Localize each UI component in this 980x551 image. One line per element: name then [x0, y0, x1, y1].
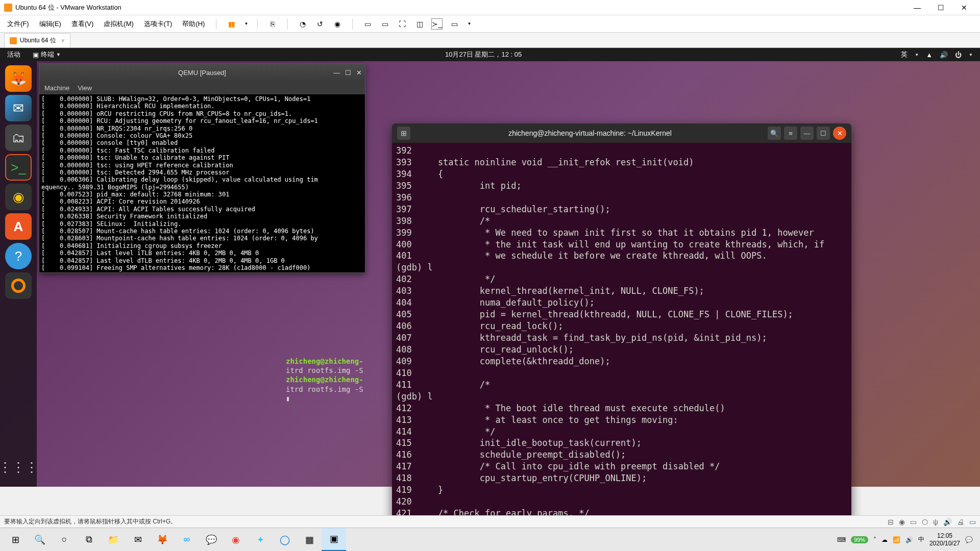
gdb-maximize[interactable]: ☐ — [817, 127, 830, 140]
menu-edit[interactable]: 编辑(E) — [37, 18, 63, 30]
qemu-menu-machine[interactable]: Machine — [44, 84, 69, 92]
device-printer-icon[interactable]: 🖨 — [957, 518, 964, 526]
view-button-1[interactable]: ▭ — [362, 18, 373, 30]
manage-snapshots-button[interactable]: ◉ — [332, 18, 343, 30]
dock-help[interactable]: ? — [5, 243, 32, 269]
dock-rhythmbox[interactable]: ◉ — [5, 184, 32, 210]
qemu-console[interactable]: [ 0.000000] SLUB: HWalign=32, Order=0-3,… — [39, 94, 365, 272]
wechat-icon[interactable]: 💬 — [199, 528, 224, 552]
activities-button[interactable]: 活动 — [0, 50, 28, 59]
network-icon[interactable]: ▲ — [926, 51, 933, 59]
explorer-icon[interactable]: 📁 — [101, 528, 126, 552]
menu-view[interactable]: 查看(V) — [69, 18, 95, 30]
power-dropdown[interactable]: ▼ — [244, 21, 248, 26]
device-display-icon[interactable]: ▭ — [969, 518, 976, 526]
background-terminal-fragment: zhicheng@zhicheng- itrd rootfs.img -S zh… — [286, 357, 393, 403]
gdb-terminal-window: ⊞ zhicheng@zhicheng-virtual-machine: ~/L… — [392, 123, 851, 547]
power-icon[interactable]: ⏻ — [955, 51, 962, 59]
pause-button[interactable]: ▮▮ — [226, 18, 237, 30]
dock-show-apps[interactable]: ⋮⋮⋮ — [5, 454, 32, 481]
vmware-tabbar: Ubuntu 64 位 × — [0, 33, 980, 48]
menu-file[interactable]: 文件(F) — [5, 18, 31, 30]
language-indicator[interactable]: 英 — [901, 50, 908, 59]
qemu-maximize[interactable]: ☐ — [345, 69, 351, 77]
sound-icon[interactable]: 🔊 — [905, 536, 913, 543]
revert-button[interactable]: ↺ — [314, 18, 326, 30]
taskbar-clock[interactable]: 12:05 2020/10/27 — [929, 532, 960, 547]
clock-datetime[interactable]: 10月27日 星期二，12 : 05 — [66, 50, 901, 59]
gdb-title: zhicheng@zhicheng-virtual-machine: ~/Lin… — [415, 129, 765, 137]
gdb-titlebar[interactable]: ⊞ zhicheng@zhicheng-virtual-machine: ~/L… — [392, 123, 851, 143]
dock-firefox[interactable]: 🦊 — [5, 65, 32, 92]
menu-tabs[interactable]: 选项卡(T) — [142, 18, 175, 30]
ime-indicator[interactable]: 中 — [918, 535, 924, 544]
device-sound-icon[interactable]: 🔊 — [943, 518, 952, 526]
unity-button[interactable]: ◫ — [414, 18, 425, 30]
battery-indicator[interactable]: 99% — [851, 536, 868, 543]
wifi-icon[interactable]: 📶 — [893, 536, 900, 543]
edge-icon[interactable]: ◯ — [273, 528, 297, 552]
app-icon-2[interactable]: ◉ — [224, 528, 248, 552]
vmware-taskbar-icon[interactable]: ▣ — [322, 528, 346, 552]
gdb-output[interactable]: 392 393 static noinline void __init_refo… — [392, 143, 851, 547]
search-button[interactable]: 🔍 — [28, 528, 52, 552]
ime-button[interactable]: ⌨ — [837, 536, 846, 543]
device-cd-icon[interactable]: ◉ — [899, 518, 905, 526]
vm-tab[interactable]: Ubuntu 64 位 × — [4, 33, 70, 47]
snapshot-button[interactable]: ◔ — [297, 18, 308, 30]
console-button[interactable]: ≻_ — [431, 18, 443, 30]
search-button[interactable]: 🔍 — [768, 127, 781, 140]
gdb-minimize[interactable]: — — [800, 127, 814, 140]
terminal-app-menu[interactable]: ▣ 终端 ▼ — [28, 50, 66, 59]
dock-files[interactable]: 🗂 — [5, 124, 32, 151]
cortana-button[interactable]: ○ — [52, 528, 77, 552]
mail-icon[interactable]: ✉ — [126, 528, 150, 552]
ubuntu-desktop: 活动 ▣ 终端 ▼ 10月27日 星期二，12 : 05 英 ▼ ▲ 🔊 ⏻ ▼… — [0, 48, 980, 487]
task-view-button[interactable]: ⧉ — [77, 528, 101, 552]
menu-help[interactable]: 帮助(H) — [180, 18, 207, 30]
dock-thunderbird[interactable]: ✉ — [5, 95, 32, 121]
firefox-taskbar-icon[interactable]: 🦊 — [150, 528, 175, 552]
hamburger-menu-button[interactable]: ≡ — [784, 127, 797, 140]
start-button[interactable]: ⊞ — [3, 528, 28, 552]
app-icon-3[interactable]: ✦ — [248, 528, 273, 552]
tray-chevron-up[interactable]: ˄ — [873, 536, 876, 543]
gdb-close[interactable]: ✕ — [833, 127, 846, 140]
svg-point-1 — [14, 281, 23, 290]
ubuntu-dock: 🦊 ✉ 🗂 >_ ◉ A ? ⋮⋮⋮ — [0, 61, 37, 487]
qemu-titlebar[interactable]: QEMU [Paused] — ☐ ✕ — [39, 64, 365, 81]
fullscreen-button[interactable]: ⛶ — [397, 18, 408, 30]
qemu-minimize[interactable]: — — [333, 69, 340, 77]
app-icon-1[interactable]: ∞ — [175, 528, 199, 552]
maximize-button[interactable]: ☐ — [929, 0, 952, 15]
vmware-statusbar: 要将输入定向到该虚拟机，请将鼠标指针移入其中或按 Ctrl+G。 ⊟ ◉ ▭ ⬡… — [0, 515, 980, 528]
windows-taskbar: ⊞ 🔍 ○ ⧉ 📁 ✉ 🦊 ∞ 💬 ◉ ✦ ◯ ▦ ▣ ⌨ 99% ˄ ☁ 📶 … — [0, 528, 980, 551]
dock-software[interactable]: A — [5, 213, 32, 240]
close-button[interactable]: ✕ — [952, 0, 976, 15]
onedrive-icon[interactable]: ☁ — [881, 536, 888, 543]
device-usb-icon[interactable]: ψ — [933, 518, 938, 526]
qemu-menu-view[interactable]: View — [78, 84, 92, 92]
menu-vm[interactable]: 虚拟机(M) — [102, 18, 136, 30]
app-icon-4[interactable]: ▦ — [297, 528, 322, 552]
notification-button[interactable]: 💬 — [965, 536, 973, 543]
dock-terminal[interactable]: >_ — [5, 154, 32, 181]
device-network-icon[interactable]: ⬡ — [922, 518, 928, 526]
new-tab-button[interactable]: ⊞ — [397, 127, 410, 140]
vmware-icon — [4, 4, 12, 12]
vmware-menubar: 文件(F) 编辑(E) 查看(V) 虚拟机(M) 选项卡(T) 帮助(H) ▮▮… — [0, 15, 980, 33]
minimize-button[interactable]: — — [905, 0, 929, 15]
terminal-small-icon: ▣ — [33, 51, 39, 59]
volume-icon[interactable]: 🔊 — [940, 51, 948, 59]
tab-close-button[interactable]: × — [61, 37, 65, 44]
send-keys-button[interactable]: ⎘ — [267, 18, 278, 30]
device-floppy-icon[interactable]: ▭ — [910, 518, 917, 526]
system-tray: ⌨ 99% ˄ ☁ 📶 🔊 中 12:05 2020/10/27 💬 — [837, 532, 977, 547]
device-disk-icon[interactable]: ⊟ — [888, 518, 894, 526]
vmware-titlebar: Ubuntu 64 位 - VMware Workstation — ☐ ✕ — [0, 0, 980, 15]
dock-qemu[interactable] — [5, 272, 32, 299]
view-button-2[interactable]: ▭ — [379, 18, 390, 30]
stretch-button[interactable]: ▭ — [449, 18, 460, 30]
qemu-close[interactable]: ✕ — [356, 69, 362, 77]
chevron-down-icon: ▼ — [56, 52, 61, 57]
